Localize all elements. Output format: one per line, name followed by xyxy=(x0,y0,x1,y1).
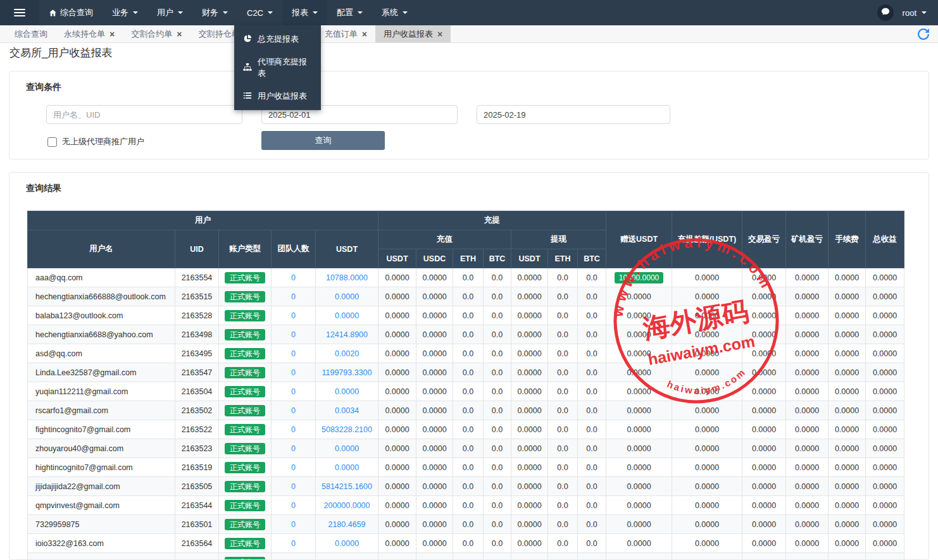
usdt-balance-link[interactable]: 0.0000 xyxy=(335,311,359,320)
team-count-link[interactable]: 0 xyxy=(291,311,296,320)
withdraw-btc-cell: 0.0 xyxy=(578,534,606,553)
team-count-link[interactable]: 0 xyxy=(291,444,296,453)
table-row: aaa@qq.com 2163554 正式账号 0 10788.0000 0.0… xyxy=(28,268,904,287)
tab-delivery-contracts[interactable]: 交割合约单 × xyxy=(123,25,190,42)
team-count-link[interactable]: 0 xyxy=(291,520,296,529)
account-type-cell: 正式账号 xyxy=(219,382,272,401)
menu-item-user-revenue-report[interactable]: 用户收益报表 xyxy=(234,85,321,108)
close-tab-icon[interactable]: × xyxy=(437,30,442,39)
team-count-link[interactable]: 0 xyxy=(291,539,296,548)
username-cell: fightincognito7@gmail.com xyxy=(28,420,175,439)
team-count-link[interactable]: 0 xyxy=(291,292,296,301)
usdt-balance-link[interactable]: 1199793.3300 xyxy=(322,368,372,377)
tab-overview[interactable]: 综合查询 xyxy=(6,25,56,42)
miner-pl-cell: 0.0000 xyxy=(786,382,829,401)
nav-label: 综合查询 xyxy=(60,7,93,18)
miner-pl-cell: 0.0000 xyxy=(786,401,829,420)
uid-cell: 2163554 xyxy=(175,268,219,287)
table-row: jijidajijida22@gmail.com 2163505 正式账号 0 … xyxy=(28,477,904,496)
deposit-usdc-cell: 0.0000 xyxy=(416,534,453,553)
usdt-balance-link[interactable]: 10788.0000 xyxy=(326,273,368,282)
trade-pl-cell: 0.0000 xyxy=(742,439,786,458)
usdt-balance-cell: 5083228.2100 xyxy=(316,420,378,439)
table-row: zhouyarou40@gmai.com 2163523 正式账号 0 0.00… xyxy=(28,439,904,458)
close-tab-icon[interactable]: × xyxy=(109,30,115,39)
no-agent-checkbox[interactable] xyxy=(47,137,57,147)
usdt-balance-link[interactable]: 12414.8900 xyxy=(326,330,368,339)
menu-toggle-button[interactable] xyxy=(0,0,39,25)
close-tab-icon[interactable]: × xyxy=(177,30,182,39)
team-count-link[interactable]: 0 xyxy=(291,349,296,358)
nav-item-c2c[interactable]: C2C xyxy=(237,0,282,25)
messages-button[interactable] xyxy=(877,4,894,21)
usdt-balance-link[interactable]: 0.0000 xyxy=(335,444,359,453)
username-cell: balaba123@outlook.com xyxy=(28,306,175,325)
withdraw-btc-cell: 0.0 xyxy=(578,439,606,458)
uid-cell: 2163508 xyxy=(175,553,219,560)
gift-usdt-value: 0.0000 xyxy=(627,368,651,377)
usdt-balance-link[interactable]: 0.0020 xyxy=(335,349,359,358)
keyword-input[interactable] xyxy=(46,105,242,124)
deposit-eth-cell: 0.0 xyxy=(453,534,484,553)
col-header-deposit-eth: ETH xyxy=(453,249,484,268)
nav-item-finance[interactable]: 财务 xyxy=(192,0,237,25)
uid-cell: 2163547 xyxy=(175,363,219,382)
team-count-link[interactable]: 0 xyxy=(291,425,296,434)
team-count-link[interactable]: 0 xyxy=(291,273,296,282)
nav-item-config[interactable]: 配置 xyxy=(327,0,372,25)
account-type-badge: 正式账号 xyxy=(225,367,265,378)
team-count-link[interactable]: 0 xyxy=(291,368,296,377)
nav-item-system[interactable]: 系统 xyxy=(372,0,417,25)
refresh-button[interactable] xyxy=(918,28,929,40)
nav-item-users[interactable]: 用户 xyxy=(147,0,192,25)
nav-item-reports[interactable]: 报表 xyxy=(282,0,327,25)
withdraw-usdt-cell: 0.0000 xyxy=(511,477,548,496)
account-type-cell: 正式账号 xyxy=(219,477,272,496)
usdt-balance-link[interactable]: 0.0034 xyxy=(335,406,359,415)
team-count-cell: 0 xyxy=(272,344,316,363)
account-type-badge: 正式账号 xyxy=(225,481,265,492)
usdt-balance-link[interactable]: 0.0000 xyxy=(335,463,359,472)
pie-chart-icon xyxy=(243,34,252,45)
tab-perpetual-positions[interactable]: 永续持仓单 × xyxy=(56,25,123,42)
tab-deposit-orders[interactable]: 充值订单 × xyxy=(316,25,375,42)
menu-item-label: 用户收益报表 xyxy=(258,90,307,102)
date-to-input[interactable] xyxy=(477,105,670,124)
team-count-link[interactable]: 0 xyxy=(291,330,296,339)
sitemap-icon xyxy=(243,63,252,73)
deposit-usdt-cell: 0.0000 xyxy=(378,306,416,325)
team-count-link[interactable]: 0 xyxy=(291,558,296,560)
search-button[interactable]: 查询 xyxy=(261,131,385,150)
user-menu[interactable]: root xyxy=(903,8,927,18)
nav-item-business[interactable]: 业务 xyxy=(103,0,147,25)
deposit-btc-cell: 0.0 xyxy=(484,553,511,560)
deposit-usdc-cell: 0.0000 xyxy=(416,515,453,534)
deposit-usdc-cell: 0.0000 xyxy=(416,363,453,382)
usdt-balance-link[interactable]: 0.0000 xyxy=(335,558,359,560)
team-count-link[interactable]: 0 xyxy=(291,501,296,510)
tab-label: 永续持仓单 xyxy=(64,28,105,40)
usdt-balance-link[interactable]: 5083228.2100 xyxy=(322,425,372,434)
usdt-balance-link[interactable]: 200000.0000 xyxy=(324,501,370,510)
menu-item-total-deposit-report[interactable]: 总充提报表 xyxy=(234,28,321,51)
total-revenue-cell: 0.0000 xyxy=(866,325,904,344)
account-type-badge: 正式账号 xyxy=(225,462,265,473)
menu-item-agent-deposit-report[interactable]: 代理商充提报表 xyxy=(234,51,321,85)
usdt-balance-link[interactable]: 0.0000 xyxy=(335,539,359,548)
withdraw-usdt-cell: 0.0000 xyxy=(511,553,548,560)
team-count-link[interactable]: 0 xyxy=(291,406,296,415)
usdt-balance-link[interactable]: 0.0000 xyxy=(335,387,359,396)
close-tab-icon[interactable]: × xyxy=(362,30,367,39)
usdt-balance-cell: 0.0000 xyxy=(316,553,378,560)
tab-user-revenue-report[interactable]: 用户收益报表 × xyxy=(375,25,451,42)
nav-item-dashboard[interactable]: 综合查询 xyxy=(39,0,103,25)
chevron-down-icon xyxy=(922,11,927,14)
gift-usdt-cell: 0.0000 xyxy=(606,496,672,515)
team-count-link[interactable]: 0 xyxy=(291,463,296,472)
withdraw-eth-cell: 0.0 xyxy=(548,458,578,477)
usdt-balance-link[interactable]: 0.0000 xyxy=(335,292,359,301)
team-count-link[interactable]: 0 xyxy=(291,482,296,491)
usdt-balance-link[interactable]: 5814215.1600 xyxy=(322,482,372,491)
usdt-balance-link[interactable]: 2180.4659 xyxy=(328,520,365,529)
team-count-link[interactable]: 0 xyxy=(291,387,296,396)
